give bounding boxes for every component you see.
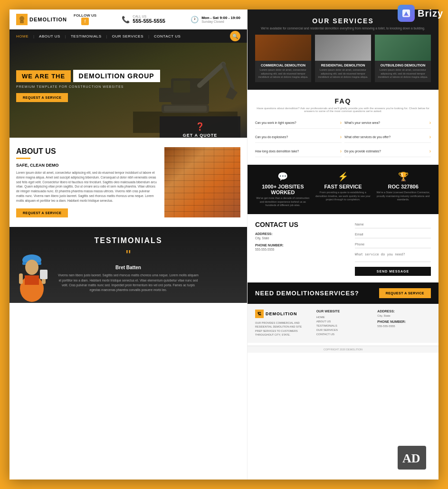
hero-tag: WE ARE THE (16, 70, 71, 82)
phone-number: 555-555-5555 (133, 18, 165, 24)
contact-phone-value: 555-555-5555 (255, 248, 349, 251)
contact-section: CONTACT US ADDRESS: City, State PHONE NU… (248, 214, 438, 282)
service-card-body-outbuilding: OUTBUILDING DEMOLITION Lorem ipsum dolor… (375, 61, 431, 82)
nav-item-about[interactable]: ABOUT US (39, 34, 60, 38)
contact-email-input[interactable] (355, 231, 431, 238)
svg-text:AD: AD (402, 451, 420, 465)
cta-text: NEED DEMOLITIONSERVICES? (255, 290, 359, 297)
trophy-icon: 🏆 (375, 171, 431, 182)
footer-col-menu: OUR WEBSITE HOME ABOUT US TESTIMONIALS O… (316, 310, 370, 337)
faq-arrow-5: › (340, 149, 342, 154)
footer-address-label: ADDRESS: (377, 310, 431, 313)
faq-arrow-6: › (429, 149, 431, 154)
footer-link-testimonials[interactable]: TESTIMONIALS (316, 324, 370, 327)
agency-designs-badge: AD Agency Designs (398, 446, 434, 475)
faq-item-1[interactable]: Can you work in tight spaces? › (255, 117, 342, 129)
search-button[interactable]: 🔍 (230, 31, 240, 41)
contact-submit-button[interactable]: SEND MESSAGE (355, 267, 431, 276)
chat-icon: 💬 (255, 171, 311, 182)
footer-address-value: City, State (377, 314, 431, 317)
footer-link-contact[interactable]: CONTACT US (316, 333, 370, 336)
about-section: ABOUT US SAFE, CLEAN DEMO Lorem ipsum do… (10, 138, 247, 227)
service-card-body-residential: RESIDENTIAL DEMOLITION Lorem ipsum dolor… (315, 61, 371, 82)
cta-button[interactable]: REQUEST A SERVICE (379, 288, 431, 298)
quote-form-icon: ❓ (165, 122, 235, 131)
header-call: 📞 CALL US 555-555-5555 (103, 15, 184, 24)
faq-question-5: How long does demolition take? (255, 150, 299, 153)
brizy-icon (398, 5, 415, 22)
testimonials-title: TESTIMONIALS (16, 236, 240, 245)
faq-question-3: Can you do explosives? (255, 135, 288, 139)
nav-item-home[interactable]: HOME (16, 34, 29, 38)
stat-roc-value: ROC 327806 (375, 184, 431, 189)
footer-logo: 🏗 DEMOLITION (255, 310, 309, 318)
contact-left: CONTACT US ADDRESS: City, State PHONE NU… (255, 221, 349, 276)
service-card-title-residential: RESIDENTIAL DEMOLITION (318, 64, 368, 67)
faq-item-6[interactable]: Do you provide estimates? › (344, 146, 431, 157)
contact-address-label: ADDRESS: (255, 232, 349, 235)
hero-cta-button[interactable]: REQUEST A SERVICE (16, 93, 68, 102)
nav-item-contact[interactable]: CONTACT US (154, 34, 181, 38)
about-title: ABOUT US (16, 147, 158, 156)
faq-subtitle: Have questions about demolition? Ask our… (255, 107, 431, 113)
footer-col-contact: ADDRESS: City, State PHONE NUMBER: 555-5… (377, 310, 431, 337)
faq-item-3[interactable]: Can you do explosives? › (255, 132, 342, 143)
clock-icon: 🕐 (191, 16, 199, 23)
faq-item-5[interactable]: How long does demolition take? › (255, 146, 342, 157)
service-img-residential (315, 35, 371, 61)
brizy-badge: Brizy (398, 5, 443, 22)
left-panel: DEMOLITION FOLLOW US f 📞 CALL US 555-555… (10, 9, 247, 480)
service-card-text-outbuilding: Lorem ipsum dolor sit amet, consectetur … (378, 68, 428, 79)
hero-content: WE ARE THE DEMOLITION GROUP PREMIUM TEMP… (16, 69, 160, 102)
stat-roc-text: We're a State Licensed Demolition Contra… (375, 191, 431, 202)
footer-copyright: COPYRIGHT 2020 DEMOLITION (248, 346, 438, 353)
service-card-outbuilding: OUTBUILDING DEMOLITION Lorem ipsum dolor… (375, 35, 431, 82)
agency-logo: AD (398, 446, 426, 470)
faq-grid: Can you work in tight spaces? › What's y… (255, 117, 431, 157)
service-card-commercial: COMMERCIAL DEMOLITION Lorem ipsum dolor … (255, 35, 311, 82)
about-cta-button[interactable]: REQUEST A SERVICE (16, 208, 68, 217)
footer-description: OUR PROVIDES COMMERCIAL AND RESIDENTIAL … (255, 321, 309, 337)
contact-service-input[interactable] (355, 251, 431, 262)
footer-logo-icon: 🏗 (255, 310, 264, 318)
stat-jobsites-value: 1000+ JOBSITES WORKED (255, 184, 311, 195)
hero-section: WE ARE THE DEMOLITION GROUP PREMIUM TEMP… (10, 43, 247, 138)
brizy-text: Brizy (418, 8, 443, 19)
svg-line-12 (223, 64, 233, 88)
footer-link-services[interactable]: OUR SERVICES (316, 329, 370, 331)
faq-item-2[interactable]: What's your service area? › (344, 117, 431, 129)
about-image (164, 147, 240, 217)
quote-mark: " (16, 248, 240, 262)
faq-question-1: Can you work in tight spaces? (255, 121, 296, 124)
agency-text: Agency Designs (398, 470, 434, 475)
footer-phone-label: PHONE NUMBER: (377, 320, 431, 323)
nav-item-services[interactable]: OUR SERVICES (112, 34, 143, 38)
faq-question-2: What's your service area? (344, 121, 380, 124)
stat-roc: 🏆 ROC 327806 We're a State Licensed Demo… (375, 171, 431, 202)
header-hours: 🕐 Mon - Sat 9:00 - 19:00 Sunday Closed (191, 16, 240, 23)
svg-line-11 (200, 64, 223, 85)
service-card-body-commercial: COMMERCIAL DEMOLITION Lorem ipsum dolor … (255, 61, 311, 82)
nav-item-testimonials[interactable]: TESTIMONIALS (71, 34, 102, 38)
logo-area: DEMOLITION (16, 14, 67, 25)
contact-name-input[interactable] (355, 221, 431, 228)
faq-item-4[interactable]: What other services do you offer? › (344, 132, 431, 143)
faq-question-6: Do you provide estimates? (344, 150, 381, 153)
hours-main: Mon - Sat 9:00 - 19:00 (201, 16, 240, 20)
footer-link-home[interactable]: HOME (316, 316, 370, 319)
about-body-text: Lorem ipsum dolor sit amet, consectetur … (16, 170, 158, 203)
brick-texture (164, 147, 240, 217)
stat-fast-service-value: FAST SERVICE (315, 184, 371, 189)
site-nav: HOME | ABOUT US | TESTIMONIALS | OUR SER… (10, 29, 247, 43)
lightning-icon: ⚡ (315, 171, 371, 182)
testimonial-name: Bret Batten (16, 265, 240, 270)
contact-title: CONTACT US (255, 221, 349, 228)
nav-items: HOME | ABOUT US | TESTIMONIALS | OUR SER… (16, 34, 230, 38)
service-card-title-commercial: COMMERCIAL DEMOLITION (258, 64, 308, 67)
header-follow: FOLLOW US f (74, 13, 96, 25)
social-facebook-icon[interactable]: f (81, 18, 89, 25)
service-card-title-outbuilding: OUTBUILDING DEMOLITION (378, 64, 428, 67)
contact-phone-label: PHONE NUMBER: (255, 244, 349, 247)
contact-phone-input[interactable] (355, 241, 431, 248)
footer-link-about[interactable]: ABOUT US (316, 320, 370, 323)
